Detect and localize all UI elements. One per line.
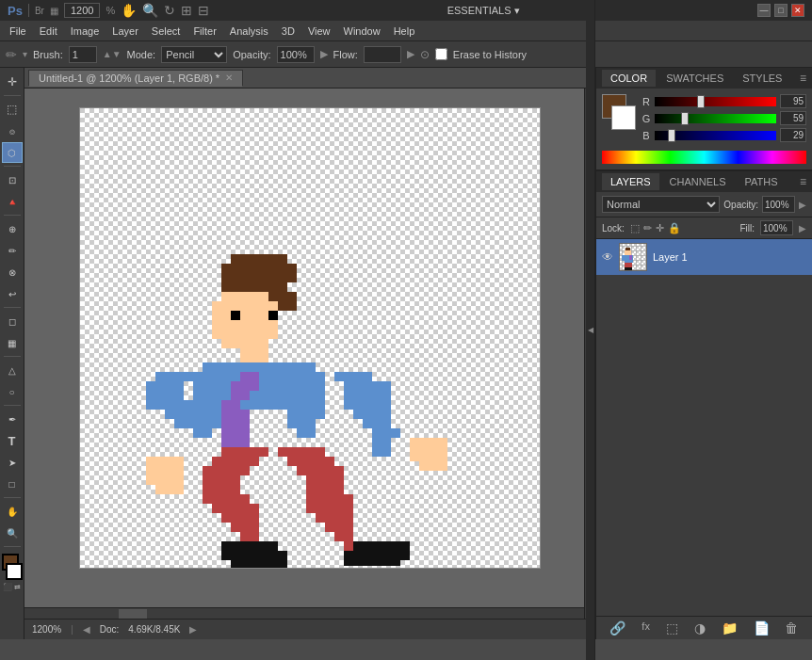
minimize-btn[interactable]: — bbox=[757, 4, 771, 17]
type-tool[interactable]: T bbox=[2, 430, 23, 451]
layer-item[interactable]: 👁 bbox=[596, 239, 812, 275]
layers-panel-menu-btn[interactable]: ≡ bbox=[800, 175, 806, 188]
b-label: B bbox=[641, 130, 651, 141]
close-btn[interactable]: ✕ bbox=[791, 4, 804, 17]
new-adjustment-btn[interactable]: ◑ bbox=[694, 620, 706, 636]
hand-tool[interactable]: ✋ bbox=[2, 501, 23, 522]
r-value-input[interactable] bbox=[780, 94, 806, 108]
menu-file[interactable]: File bbox=[4, 24, 32, 39]
menu-layer[interactable]: Layer bbox=[106, 24, 144, 39]
blend-mode-select[interactable]: Normal Multiply Screen bbox=[602, 196, 720, 213]
delete-layer-btn[interactable]: 🗑 bbox=[785, 620, 798, 636]
r-slider[interactable] bbox=[655, 97, 776, 106]
canvas-wrapper[interactable] bbox=[24, 89, 595, 619]
layer-styles-btn[interactable]: fx bbox=[641, 620, 650, 636]
menu-help[interactable]: Help bbox=[388, 24, 421, 39]
eraser-tool[interactable]: ◻ bbox=[2, 311, 23, 331]
new-layer-btn[interactable]: 📄 bbox=[754, 620, 770, 636]
opacity-input[interactable] bbox=[277, 46, 315, 63]
brush-size-arrows[interactable]: ▲▼ bbox=[103, 49, 122, 59]
history-brush-tool[interactable]: ↩ bbox=[2, 283, 23, 304]
eyedropper-tool[interactable]: 🔺 bbox=[2, 191, 23, 212]
move-tool[interactable]: ✛ bbox=[2, 72, 23, 92]
rotate-tool-title[interactable]: ↻ bbox=[164, 3, 175, 18]
marquee-rect-tool[interactable]: ⬚ bbox=[2, 99, 23, 120]
bg-swatch[interactable] bbox=[611, 105, 636, 130]
menu-3d[interactable]: 3D bbox=[276, 24, 300, 39]
new-group-btn[interactable]: 📁 bbox=[722, 620, 738, 636]
add-mask-btn[interactable]: ⬚ bbox=[666, 620, 678, 636]
tab-channels[interactable]: CHANNELS bbox=[661, 173, 735, 190]
dodge-tool[interactable]: ○ bbox=[2, 381, 23, 402]
menu-select[interactable]: Select bbox=[146, 24, 187, 39]
fill-arrow[interactable]: ▶ bbox=[799, 223, 806, 233]
b-slider[interactable] bbox=[655, 131, 776, 140]
layout-tool-title[interactable]: ⊞ bbox=[181, 3, 192, 18]
background-color[interactable] bbox=[6, 563, 23, 580]
menu-edit[interactable]: Edit bbox=[34, 24, 63, 39]
zoom-tool-title[interactable]: 🔍 bbox=[142, 3, 158, 18]
layer-visibility-icon[interactable]: 👁 bbox=[602, 250, 613, 264]
tab-color[interactable]: COLOR bbox=[602, 70, 656, 87]
canvas-hscroll[interactable] bbox=[24, 607, 584, 619]
tab-paths[interactable]: PATHS bbox=[737, 173, 787, 190]
g-slider[interactable] bbox=[655, 114, 776, 123]
tab-swatches[interactable]: SWATCHES bbox=[658, 70, 732, 87]
pixel-art-canvas[interactable] bbox=[79, 107, 541, 569]
swap-colors-icon[interactable]: ⇄ bbox=[14, 583, 21, 591]
lock-all-icon[interactable]: 🔒 bbox=[668, 222, 681, 234]
menu-filter[interactable]: Filter bbox=[187, 24, 221, 39]
lock-position-icon[interactable]: ✛ bbox=[656, 222, 664, 234]
zoom-tool[interactable]: 🔍 bbox=[2, 523, 23, 543]
opacity-arrows[interactable]: ▶ bbox=[320, 48, 328, 60]
spot-heal-tool[interactable]: ⊕ bbox=[2, 218, 23, 239]
brush-tool[interactable]: ✏ bbox=[2, 240, 23, 261]
tab-close-btn[interactable]: ✕ bbox=[225, 72, 233, 83]
color-spectrum-bar[interactable] bbox=[602, 151, 806, 164]
svg-rect-100 bbox=[628, 263, 632, 267]
path-select-tool[interactable]: ➤ bbox=[2, 452, 23, 473]
opacity-arrow[interactable]: ▶ bbox=[799, 200, 806, 210]
screen-mode-title[interactable]: ⊟ bbox=[198, 3, 209, 18]
menu-image[interactable]: Image bbox=[65, 24, 106, 39]
hand-tool-title[interactable]: ✋ bbox=[121, 3, 137, 18]
menu-window[interactable]: Window bbox=[338, 24, 386, 39]
hscroll-thumb[interactable] bbox=[119, 609, 147, 619]
status-arrow-left[interactable]: ◀ bbox=[83, 624, 90, 635]
erase-to-history-checkbox[interactable] bbox=[435, 48, 447, 60]
flow-arrows[interactable]: ▶ bbox=[407, 48, 414, 60]
quick-select-tool[interactable]: ⬡ bbox=[2, 142, 23, 163]
svg-rect-40 bbox=[146, 381, 184, 391]
menu-view[interactable]: View bbox=[302, 24, 336, 39]
crop-tool[interactable]: ⊡ bbox=[2, 169, 23, 190]
clone-stamp-tool[interactable]: ⊗ bbox=[2, 262, 23, 282]
opacity-field[interactable] bbox=[762, 196, 795, 213]
menu-analysis[interactable]: Analysis bbox=[224, 24, 274, 39]
mode-select[interactable]: Pencil Normal Multiply bbox=[161, 46, 227, 63]
flow-input[interactable] bbox=[364, 46, 401, 63]
svg-rect-70 bbox=[306, 485, 344, 494]
blur-tool[interactable]: △ bbox=[2, 360, 23, 380]
default-colors-icon[interactable]: ⬛ bbox=[3, 583, 12, 591]
b-value-input[interactable] bbox=[780, 128, 806, 142]
color-panel-menu-btn[interactable]: ≡ bbox=[800, 72, 806, 85]
essentials-btn[interactable]: ESSENTIALS ▾ bbox=[447, 5, 520, 17]
brush-size-input[interactable] bbox=[69, 46, 97, 63]
lock-pixels-icon[interactable]: ✏ bbox=[643, 222, 652, 234]
airbrush-icon[interactable]: ⊙ bbox=[420, 48, 430, 61]
lasso-tool[interactable]: ⌾ bbox=[2, 121, 23, 141]
tab-styles[interactable]: STYLES bbox=[734, 70, 790, 87]
shape-tool[interactable]: □ bbox=[2, 474, 23, 494]
link-layers-btn[interactable]: 🔗 bbox=[609, 620, 625, 636]
pen-tool[interactable]: ✒ bbox=[2, 409, 23, 429]
canvas-tab[interactable]: Untitled-1 @ 1200% (Layer 1, RGB/8) * ✕ bbox=[28, 70, 243, 87]
fill-field[interactable] bbox=[760, 220, 793, 235]
panel-collapse-handle[interactable]: ◀ bbox=[586, 0, 595, 660]
lock-transparency-icon[interactable]: ⬚ bbox=[630, 222, 640, 234]
gradient-tool[interactable]: ▦ bbox=[2, 332, 23, 353]
tab-layers[interactable]: LAYERS bbox=[602, 173, 659, 190]
zoom-input[interactable]: 1200 bbox=[64, 3, 100, 18]
status-arrow-right[interactable]: ▶ bbox=[189, 624, 197, 635]
maximize-btn[interactable]: □ bbox=[774, 4, 788, 17]
g-value-input[interactable] bbox=[780, 111, 806, 125]
